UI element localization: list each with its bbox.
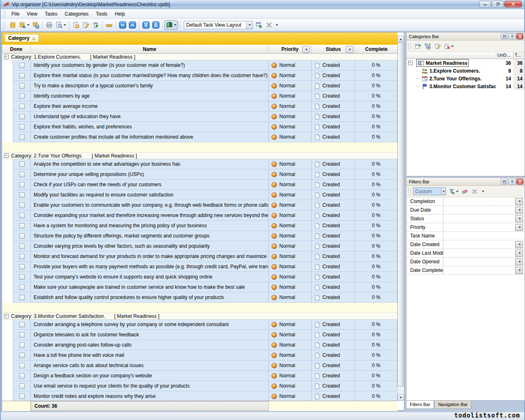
task-row[interactable]: Try to make a description of a typical c…: [2, 81, 397, 91]
menu-tools[interactable]: Tools: [92, 10, 111, 18]
task-row[interactable]: Consider expanding your market and there…: [2, 210, 397, 221]
task-notes-button[interactable]: [164, 20, 178, 30]
task-row[interactable]: Make sure your salespeople are trained i…: [2, 282, 397, 292]
new-category-button[interactable]: [413, 42, 423, 51]
column-header-status[interactable]: Status: [312, 45, 355, 53]
print-button[interactable]: [44, 20, 54, 30]
task-checkbox[interactable]: [19, 172, 25, 177]
vertical-scrollbar[interactable]: [397, 36, 404, 401]
tab-navigation-bar[interactable]: Navigation Bar: [434, 401, 471, 409]
categories-float-button[interactable]: [501, 33, 508, 39]
collapse-tree-icon[interactable]: [408, 61, 413, 65]
task-checkbox[interactable]: [19, 264, 25, 269]
column-header-priority[interactable]: Priority: [269, 45, 312, 53]
collapse-group-icon[interactable]: [4, 153, 9, 158]
task-checkbox[interactable]: [19, 373, 25, 379]
apply-layout-button[interactable]: [254, 20, 264, 30]
status-filter-button[interactable]: [346, 46, 353, 53]
filters-float-button[interactable]: [501, 178, 508, 185]
category-item[interactable]: 3.Monitor Customer Satisfact1414: [406, 82, 525, 90]
filter-dropdown-button[interactable]: [515, 267, 523, 274]
task-checkbox[interactable]: [19, 274, 25, 280]
task-row[interactable]: Monitor credit notes and explore reasons…: [2, 391, 397, 401]
task-checkbox[interactable]: [19, 83, 25, 89]
layout-toolbar-grip[interactable]: [178, 21, 180, 29]
task-row[interactable]: Have a system for monitoring and measuri…: [2, 221, 397, 231]
task-checkbox[interactable]: [19, 285, 25, 290]
task-row[interactable]: Create customer profiles that include al…: [2, 132, 397, 142]
task-checkbox[interactable]: [19, 244, 25, 249]
clear-filter-button[interactable]: [460, 187, 470, 196]
task-checkbox[interactable]: [19, 332, 25, 338]
task-row[interactable]: Consider arranging a telephone survey by…: [2, 320, 397, 330]
task-checkbox[interactable]: [19, 353, 25, 358]
task-checkbox[interactable]: [19, 203, 25, 208]
collapse-group-icon[interactable]: [4, 55, 9, 59]
edit-category-button[interactable]: [433, 42, 443, 51]
task-checkbox[interactable]: [19, 322, 25, 327]
priority-filter-button[interactable]: [302, 46, 310, 53]
scroll-down-button[interactable]: [397, 394, 404, 401]
task-row[interactable]: Organize telesales to ask for customer f…: [2, 330, 397, 340]
task-row[interactable]: Analyze the competition to see what adva…: [2, 159, 397, 169]
task-row[interactable]: Have a toll free phone line with voice m…: [2, 350, 397, 361]
menu-categories[interactable]: Categories: [61, 10, 92, 18]
tree-column-undone[interactable]: UnD...: [496, 52, 513, 59]
delete-filter-button[interactable]: [470, 187, 479, 196]
layout-combo[interactable]: Default Task View Layout: [184, 21, 253, 29]
task-checkbox[interactable]: [19, 233, 25, 239]
task-row[interactable]: Provide your buyers with as many payment…: [2, 262, 397, 272]
category-item[interactable]: 1.Explore Customers.88: [406, 67, 525, 75]
task-row[interactable]: Explore their marital status (is your cu…: [2, 71, 397, 81]
toolbar-grip[interactable]: [3, 21, 5, 29]
task-checkbox[interactable]: [19, 94, 25, 99]
task-checkbox[interactable]: [19, 73, 25, 78]
move-to-bottom-button[interactable]: [141, 20, 151, 30]
move-down-button[interactable]: [118, 20, 128, 30]
task-row[interactable]: Identify your customers by gender (is yo…: [2, 60, 397, 71]
task-row[interactable]: Understand type of education they haveNo…: [2, 112, 397, 122]
tab-filters-bar[interactable]: Filters Bar: [406, 401, 434, 409]
task-checkbox[interactable]: [19, 254, 25, 259]
filters-overflow-caret[interactable]: [482, 191, 484, 192]
task-checkbox[interactable]: [19, 192, 25, 198]
filters-close-button[interactable]: [516, 178, 523, 185]
task-row[interactable]: Monitor and forecast demand for your pro…: [2, 251, 397, 262]
filters-pin-button[interactable]: [509, 178, 516, 185]
column-header-done[interactable]: Done: [2, 45, 31, 53]
menu-tasks[interactable]: Tasks: [41, 10, 61, 18]
task-checkbox[interactable]: [19, 63, 25, 68]
task-checkbox[interactable]: [19, 213, 25, 218]
menu-view[interactable]: View: [23, 10, 41, 18]
task-row[interactable]: Consider varying price levels by other f…: [2, 241, 397, 251]
group-header-row[interactable]: Category: 1.Explore Customers.[ Market R…: [2, 54, 397, 60]
scroll-up-button[interactable]: [397, 36, 404, 42]
delete-layout-button[interactable]: [264, 20, 274, 30]
task-row[interactable]: Structure the policy by different offeri…: [2, 231, 397, 241]
task-checkbox[interactable]: [19, 295, 25, 300]
group-header-row[interactable]: Category: 3.Monitor Customer Satisfactio…: [2, 313, 397, 320]
task-checkbox[interactable]: [19, 394, 25, 399]
task-row[interactable]: Identify customers by ageNormalCreated0 …: [2, 91, 397, 101]
task-row[interactable]: Establish and follow quality control pro…: [2, 292, 397, 303]
categories-close-button[interactable]: [516, 33, 523, 39]
delete-task-button[interactable]: [91, 20, 100, 30]
filter-dropdown-button[interactable]: [515, 250, 523, 257]
filter-preset-combo[interactable]: Custom: [413, 187, 446, 195]
task-row[interactable]: Use email service to request your client…: [2, 381, 397, 391]
delete-category-button[interactable]: [443, 42, 455, 51]
task-checkbox[interactable]: [19, 162, 25, 167]
filter-dropdown-button[interactable]: [515, 207, 523, 214]
group-header-row[interactable]: Category: 2.Tune Your Offerings.[ Market…: [2, 153, 397, 159]
save-database-button[interactable]: [31, 20, 41, 30]
task-row[interactable]: Modify your facilities as required to en…: [2, 190, 397, 200]
restore-button[interactable]: [492, 1, 504, 7]
move-up-button[interactable]: [128, 20, 137, 30]
new-subcategory-button[interactable]: [423, 42, 433, 51]
layout-combo-dropdown[interactable]: [246, 21, 252, 29]
menu-help[interactable]: Help: [111, 10, 129, 18]
filter-dropdown-button[interactable]: [515, 215, 523, 222]
close-button[interactable]: [504, 1, 522, 7]
filter-dropdown-button[interactable]: [515, 241, 523, 248]
apply-filter-button[interactable]: [447, 187, 460, 196]
